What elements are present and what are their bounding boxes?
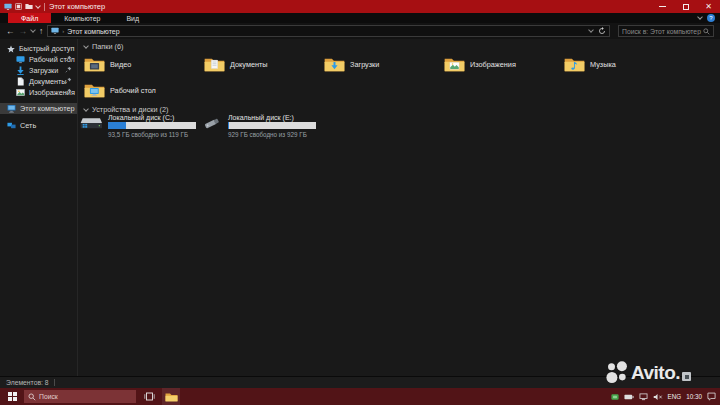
maximize-button[interactable] bbox=[674, 0, 697, 13]
group-header-label: Папки (6) bbox=[92, 42, 123, 51]
sidebar-item-documents[interactable]: Документы bbox=[0, 76, 77, 87]
navigation-pane: Быстрый доступ Рабочий стол Загрузки bbox=[0, 39, 78, 376]
refresh-icon[interactable] bbox=[598, 27, 606, 35]
breadcrumb[interactable]: Этот компьютер bbox=[67, 28, 119, 35]
folder-label: Загрузки bbox=[350, 60, 379, 69]
drive-tile-c[interactable]: Локальный диск (C:) 93,5 ГБ свободно из … bbox=[80, 114, 200, 138]
taskbar: ENG 10:30 bbox=[0, 388, 720, 405]
group-header-label: Устройства и диски (2) bbox=[92, 105, 169, 114]
folders-group-header[interactable]: Папки (6) bbox=[84, 42, 123, 51]
task-view-button[interactable] bbox=[140, 388, 158, 405]
drive-free-space: 93,5 ГБ свободно из 119 ГБ bbox=[108, 131, 196, 138]
file-explorer-icon bbox=[165, 392, 178, 402]
avito-logo-icon bbox=[604, 360, 629, 385]
sidebar-item-this-pc[interactable]: Этот компьютер bbox=[0, 103, 77, 114]
drive-tile-e[interactable]: Локальный диск (E:) 929 ГБ свободно из 9… bbox=[200, 114, 320, 138]
file-explorer-taskbar-button[interactable] bbox=[162, 388, 180, 405]
folder-tile-downloads[interactable]: Загрузки bbox=[324, 52, 444, 76]
expand-ribbon-chevron-icon[interactable] bbox=[697, 14, 703, 20]
avito-watermark: Avito. bbox=[604, 360, 691, 385]
folder-label: Изображения bbox=[470, 60, 516, 69]
start-button[interactable] bbox=[0, 388, 24, 405]
sidebar-item-pictures[interactable]: Изображения bbox=[0, 87, 77, 98]
title-bar: Этот компьютер ✕ bbox=[0, 0, 720, 13]
address-dropdown-icon[interactable] bbox=[588, 27, 594, 33]
folder-label: Документы bbox=[230, 60, 268, 69]
folder-tile-music[interactable]: Музыка bbox=[564, 52, 684, 76]
folder-tile-video[interactable]: Видео bbox=[84, 52, 204, 76]
downloads-folder-icon bbox=[324, 56, 345, 72]
sidebar-item-downloads[interactable]: Загрузки bbox=[0, 65, 77, 76]
folder-label: Видео bbox=[110, 60, 131, 69]
qat-customize-chevron-icon[interactable] bbox=[35, 3, 41, 9]
status-separator bbox=[54, 379, 55, 386]
search-icon[interactable] bbox=[703, 28, 710, 35]
system-tray: ENG 10:30 bbox=[611, 392, 720, 401]
music-folder-icon bbox=[564, 56, 585, 72]
up-button[interactable]: ↑ bbox=[39, 27, 43, 36]
search-input[interactable] bbox=[622, 28, 703, 35]
watermark-badge bbox=[682, 372, 691, 381]
drive-label: Локальный диск (E:) bbox=[228, 114, 316, 121]
sidebar-item-quick-access[interactable]: Быстрый доступ bbox=[0, 43, 77, 54]
folder-tile-documents[interactable]: Документы bbox=[204, 52, 324, 76]
watermark-text: Avito. bbox=[631, 362, 680, 384]
close-button[interactable]: ✕ bbox=[697, 0, 720, 13]
tab-computer[interactable]: Компьютер bbox=[51, 13, 113, 23]
help-icon[interactable]: ? bbox=[707, 14, 715, 22]
address-toolbar: ← → ↑ › Этот компьютер bbox=[0, 23, 720, 39]
taskbar-search-input[interactable] bbox=[39, 393, 132, 400]
network-icon[interactable] bbox=[639, 393, 648, 401]
sidebar-item-label: Документы bbox=[29, 77, 67, 86]
minimize-button[interactable] bbox=[651, 0, 674, 13]
forward-button[interactable]: → bbox=[19, 27, 28, 36]
collapse-group-chevron-icon[interactable] bbox=[83, 106, 89, 112]
tab-file[interactable]: Файл bbox=[8, 13, 51, 23]
desktop-icon bbox=[16, 55, 25, 64]
devices-group-header[interactable]: Устройства и диски (2) bbox=[84, 105, 169, 114]
notification-center-icon[interactable] bbox=[707, 392, 716, 401]
network-icon bbox=[7, 121, 16, 130]
sidebar-item-network[interactable]: Сеть bbox=[0, 120, 77, 131]
tab-view[interactable]: Вид bbox=[113, 13, 152, 23]
folder-label: Музыка bbox=[590, 60, 616, 69]
pin-icon bbox=[65, 55, 72, 62]
sidebar-item-desktop[interactable]: Рабочий стол bbox=[0, 54, 77, 65]
hard-drive-icon bbox=[80, 114, 104, 132]
qat-new-folder-icon[interactable] bbox=[25, 3, 33, 10]
drive-free-space: 929 ГБ свободно из 929 ГБ bbox=[228, 131, 316, 138]
documents-icon bbox=[16, 77, 25, 86]
recent-locations-chevron-icon[interactable] bbox=[30, 27, 36, 33]
folder-tile-desktop[interactable]: Рабочий стол bbox=[84, 78, 204, 102]
window-icon bbox=[4, 3, 12, 11]
usb-drive-icon bbox=[200, 114, 224, 132]
desktop-folder-icon bbox=[84, 82, 105, 98]
tray-app-icon[interactable] bbox=[611, 393, 619, 401]
items-count: Элементов: 8 bbox=[6, 379, 49, 386]
battery-icon[interactable] bbox=[624, 393, 634, 401]
location-icon bbox=[51, 27, 59, 35]
downloads-icon bbox=[16, 66, 25, 75]
search-box[interactable] bbox=[618, 25, 714, 37]
video-folder-icon bbox=[84, 56, 105, 72]
sidebar-item-label: Загрузки bbox=[29, 66, 58, 75]
taskbar-search-box[interactable] bbox=[24, 390, 136, 403]
windows-logo-icon bbox=[8, 392, 17, 401]
drive-usage-bar bbox=[228, 122, 316, 129]
folder-tile-pictures[interactable]: Изображения bbox=[444, 52, 564, 76]
drive-usage-bar bbox=[108, 122, 196, 129]
clock[interactable]: 10:30 bbox=[686, 393, 702, 400]
language-indicator[interactable]: ENG bbox=[668, 393, 682, 400]
drives-grid: Локальный диск (C:) 93,5 ГБ свободно из … bbox=[80, 114, 320, 138]
drive-label: Локальный диск (C:) bbox=[108, 114, 196, 121]
window-title: Этот компьютер bbox=[49, 2, 105, 11]
volume-icon[interactable] bbox=[653, 393, 663, 401]
qat-properties-icon[interactable] bbox=[15, 3, 22, 10]
breadcrumb-chevron-icon: › bbox=[62, 28, 64, 34]
explorer-window: Этот компьютер ✕ Файл Компьютер Вид ? ← … bbox=[0, 0, 720, 405]
address-bar[interactable]: › Этот компьютер bbox=[47, 25, 610, 37]
back-button[interactable]: ← bbox=[6, 27, 15, 36]
folder-label: Рабочий стол bbox=[110, 86, 156, 95]
pictures-icon bbox=[16, 88, 25, 97]
collapse-group-chevron-icon[interactable] bbox=[83, 43, 89, 49]
